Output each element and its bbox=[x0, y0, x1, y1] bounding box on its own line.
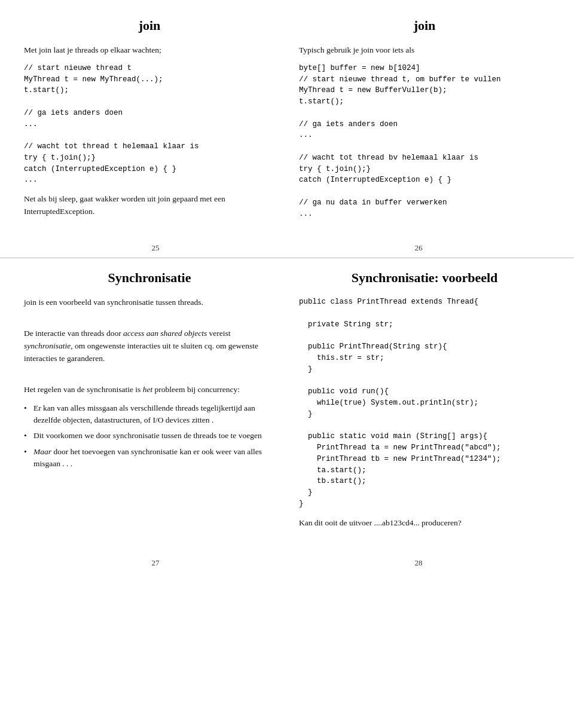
bullet-item-1: Er kan van alles missgaan als verschille… bbox=[24, 402, 275, 427]
page-27-para2: Het regelen van de synchronisatie is het… bbox=[24, 384, 275, 396]
page-25-column: join Met join laat je threads op elkaar … bbox=[24, 18, 275, 227]
page-27-title: Synchronisatie bbox=[24, 270, 275, 286]
page-25-body: Met join laat je threads op elkaar wacht… bbox=[24, 44, 275, 218]
page-26-body: Typisch gebruik je join voor iets als by… bbox=[299, 44, 550, 219]
page-number-25: 25 bbox=[24, 243, 287, 253]
page-26-code: byte[] buffer = new b[1024] // start nie… bbox=[299, 63, 550, 220]
page-27-bullets: Er kan van alles missgaan als verschille… bbox=[24, 402, 275, 470]
bullet-item-3: Maar door het toevoegen van synchronisat… bbox=[24, 446, 275, 470]
page-25-code: // start nieuwe thread t MyThread t = ne… bbox=[24, 63, 275, 186]
page-27-body: join is een voorbeeld van synchronisatie… bbox=[24, 296, 275, 470]
page-25-title: join bbox=[24, 18, 275, 33]
document-page: join Met join laat je threads op elkaar … bbox=[0, 0, 574, 728]
page-28-column: Synchronisatie: voorbeeld public class P… bbox=[299, 270, 550, 535]
bottom-section: Synchronisatie join is een voorbeeld van… bbox=[0, 258, 574, 553]
page-28-footer: Kan dit ooit de uitvoer ....ab123cd4... … bbox=[299, 517, 550, 530]
page-27-intro: join is een voorbeeld van synchronisatie… bbox=[24, 296, 275, 309]
page-number-28: 28 bbox=[287, 558, 550, 568]
page-numbers-bottom: 27 28 bbox=[0, 553, 574, 573]
page-27-column: Synchronisatie join is een voorbeeld van… bbox=[24, 270, 275, 535]
top-section: join Met join laat je threads op elkaar … bbox=[0, 0, 574, 238]
page-number-26: 26 bbox=[287, 243, 550, 253]
page-25-intro: Met join laat je threads op elkaar wacht… bbox=[24, 44, 275, 57]
page-28-body: public class PrintThread extends Thread{… bbox=[299, 296, 550, 529]
page-26-title: join bbox=[299, 18, 550, 33]
page-27-para1: De interactie van threads door access aa… bbox=[24, 328, 275, 365]
bullet-item-2: Dit voorkomen we door synchronisatie tus… bbox=[24, 430, 275, 442]
page-26-column: join Typisch gebruik je join voor iets a… bbox=[299, 18, 550, 227]
page-25-footer: Net als bij sleep, gaat wakker worden ui… bbox=[24, 193, 275, 218]
page-28-title: Synchronisatie: voorbeeld bbox=[299, 270, 550, 286]
page-number-27: 27 bbox=[24, 558, 287, 568]
page-numbers-top: 25 26 bbox=[0, 238, 574, 258]
page-26-intro: Typisch gebruik je join voor iets als bbox=[299, 44, 550, 57]
page-28-code: public class PrintThread extends Thread{… bbox=[299, 296, 550, 509]
